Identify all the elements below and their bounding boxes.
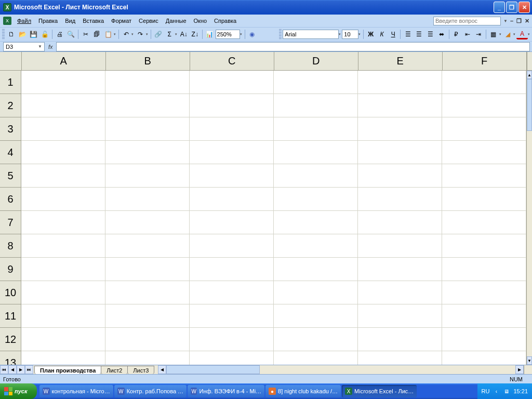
tab-last-icon[interactable]: ⏭ xyxy=(25,365,33,374)
cell-D2[interactable] xyxy=(274,94,358,117)
cell-B2[interactable] xyxy=(105,94,190,117)
sheet-tab-2[interactable]: Лист3 xyxy=(127,366,154,374)
align-center-icon[interactable]: ☰ xyxy=(414,29,425,40)
cell-C12[interactable] xyxy=(190,328,274,351)
row-header-3[interactable]: 3 xyxy=(0,117,21,141)
cell-B1[interactable] xyxy=(105,71,190,94)
cell-E8[interactable] xyxy=(358,234,442,257)
cell-F4[interactable] xyxy=(442,141,526,164)
cell-C1[interactable] xyxy=(190,71,274,94)
font-size-box[interactable]: 10 xyxy=(342,30,358,39)
cell-B3[interactable] xyxy=(105,117,190,140)
sort-asc-icon[interactable]: A↓ xyxy=(178,29,190,40)
row-header-5[interactable]: 5 xyxy=(0,164,21,188)
cell-A4[interactable] xyxy=(21,141,105,164)
cell-B5[interactable] xyxy=(105,164,190,187)
zoom-box[interactable]: 250% xyxy=(216,30,240,39)
row-header-7[interactable]: 7 xyxy=(0,211,21,234)
row-header-1[interactable]: 1 xyxy=(0,71,21,94)
menu-edit[interactable]: Правка xyxy=(35,16,61,25)
cell-D9[interactable] xyxy=(274,258,358,281)
tray-display-icon[interactable]: 🖥 xyxy=(503,388,510,395)
cell-A1[interactable] xyxy=(21,71,105,94)
cell-C3[interactable] xyxy=(190,117,274,140)
redo-icon[interactable]: ↷ xyxy=(135,29,146,40)
cell-A3[interactable] xyxy=(21,117,105,140)
cell-C2[interactable] xyxy=(190,94,274,117)
sheet-tab-1[interactable]: Лист2 xyxy=(101,366,128,374)
copy-icon[interactable]: 🗐 xyxy=(91,29,103,40)
col-header-A[interactable]: A xyxy=(22,52,106,70)
col-header-E[interactable]: E xyxy=(358,52,443,70)
cell-D1[interactable] xyxy=(274,71,358,94)
col-header-C[interactable]: C xyxy=(190,52,274,70)
col-header-B[interactable]: B xyxy=(106,52,190,70)
menu-format[interactable]: Формат xyxy=(108,16,135,25)
cell-B12[interactable] xyxy=(105,328,190,351)
doc-restore-icon[interactable]: ❐ xyxy=(515,18,523,24)
print-preview-icon[interactable]: 🔍 xyxy=(65,29,77,40)
cell-A7[interactable] xyxy=(21,211,105,234)
merge-center-icon[interactable]: ⬌ xyxy=(436,29,447,40)
minimize-button[interactable]: _ xyxy=(494,2,505,13)
menu-view[interactable]: Вид xyxy=(61,16,79,25)
new-icon[interactable]: 🗋 xyxy=(6,29,17,40)
borders-icon[interactable]: ▦ xyxy=(488,29,499,40)
row-header-10[interactable]: 10 xyxy=(0,281,21,304)
cell-E5[interactable] xyxy=(358,164,442,187)
toolbar-grip[interactable] xyxy=(2,29,5,39)
cell-C6[interactable] xyxy=(190,188,274,210)
cell-E10[interactable] xyxy=(358,281,442,304)
col-header-F[interactable]: F xyxy=(443,52,527,70)
cell-F1[interactable] xyxy=(442,71,526,94)
row-header-6[interactable]: 6 xyxy=(0,188,21,211)
cells-grid[interactable] xyxy=(21,71,526,365)
cell-D4[interactable] xyxy=(274,141,358,164)
cell-E9[interactable] xyxy=(358,258,442,281)
chart-icon[interactable]: 📊 xyxy=(204,29,216,40)
cell-E2[interactable] xyxy=(358,94,442,117)
font-color-dropdown-icon[interactable]: ▾ xyxy=(527,32,531,36)
currency-icon[interactable]: ₽ xyxy=(451,29,462,40)
cell-A11[interactable] xyxy=(21,304,105,327)
cell-A2[interactable] xyxy=(21,94,105,117)
hyperlink-icon[interactable]: 🔗 xyxy=(153,29,164,40)
row-header-9[interactable]: 9 xyxy=(0,258,21,281)
row-header-11[interactable]: 11 xyxy=(0,304,21,328)
cell-B11[interactable] xyxy=(105,304,190,327)
save-icon[interactable]: 💾 xyxy=(28,29,39,40)
cell-F11[interactable] xyxy=(442,304,526,327)
cell-C11[interactable] xyxy=(190,304,274,327)
vertical-scrollbar[interactable]: ▲ ▼ xyxy=(526,71,532,365)
cell-F5[interactable] xyxy=(442,164,526,187)
cell-B8[interactable] xyxy=(105,234,190,257)
cell-F6[interactable] xyxy=(442,188,526,210)
row-header-4[interactable]: 4 xyxy=(0,141,21,164)
row-header-8[interactable]: 8 xyxy=(0,234,21,258)
cell-B13[interactable] xyxy=(105,351,190,365)
clock[interactable]: 15:21 xyxy=(513,388,528,394)
font-size-dropdown-icon[interactable]: ▾ xyxy=(357,32,362,36)
cell-E12[interactable] xyxy=(358,328,442,351)
close-button[interactable]: ✕ xyxy=(518,2,530,13)
cell-C13[interactable] xyxy=(190,351,274,365)
cell-F2[interactable] xyxy=(442,94,526,117)
maximize-button[interactable]: ❐ xyxy=(506,2,517,13)
start-button[interactable]: пуск xyxy=(0,383,37,399)
print-icon[interactable]: 🖨 xyxy=(54,29,65,40)
cell-E4[interactable] xyxy=(358,141,442,164)
scroll-up-icon[interactable]: ▲ xyxy=(527,71,532,79)
cell-D10[interactable] xyxy=(274,281,358,304)
cell-A9[interactable] xyxy=(21,258,105,281)
menu-data[interactable]: Данные xyxy=(162,16,190,25)
cell-A10[interactable] xyxy=(21,281,105,304)
undo-dropdown-icon[interactable]: ▾ xyxy=(130,32,135,36)
ask-dropdown-icon[interactable]: ▼ xyxy=(502,19,509,23)
borders-dropdown-icon[interactable]: ▾ xyxy=(498,32,502,36)
increase-indent-icon[interactable]: ⇥ xyxy=(473,29,485,40)
permissions-icon[interactable]: 🔓 xyxy=(39,29,51,40)
cut-icon[interactable]: ✂ xyxy=(80,29,91,40)
cell-D11[interactable] xyxy=(274,304,358,327)
scroll-left-icon[interactable]: ◀ xyxy=(158,365,166,374)
autosum-icon[interactable]: Σ xyxy=(164,29,175,40)
